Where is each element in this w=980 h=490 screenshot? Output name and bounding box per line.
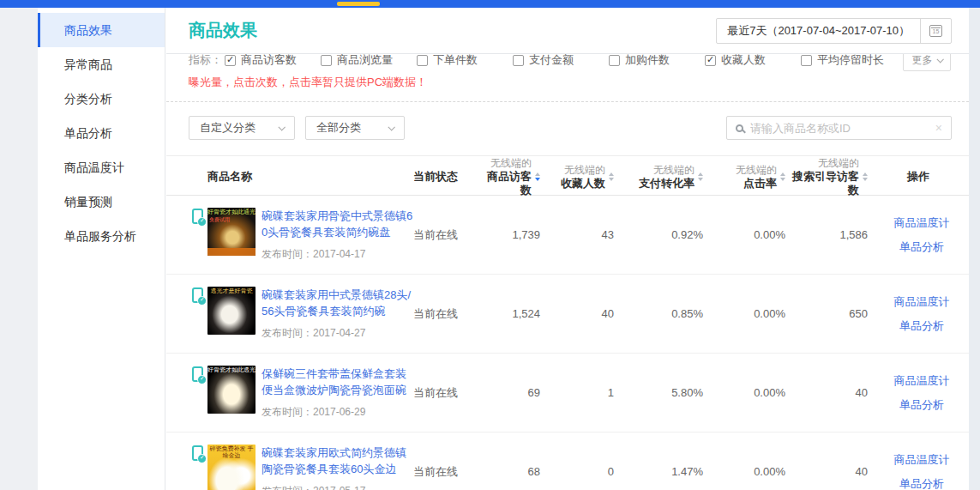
thermometer-link[interactable]: 商品温度计 bbox=[894, 449, 950, 471]
search-input[interactable] bbox=[750, 122, 929, 135]
column-prefix: 无线端的 bbox=[480, 156, 532, 170]
table-body: 好骨瓷才如此通光 免费试用 碗碟套装家用骨瓷中式景德镇60头骨瓷餐具套装简约碗盘… bbox=[166, 196, 969, 490]
sidebar-item-label: 商品效果 bbox=[64, 23, 112, 37]
dashed-divider bbox=[166, 101, 969, 102]
product-title-link[interactable]: 碗碟套装家用骨瓷中式景德镇60头骨瓷餐具套装简约碗盘 bbox=[262, 208, 413, 240]
checkbox-icon[interactable] bbox=[225, 55, 236, 66]
search-icon bbox=[736, 124, 743, 132]
single-analysis-link[interactable]: 单品分析 bbox=[899, 394, 944, 416]
checkbox-icon[interactable] bbox=[417, 55, 428, 66]
column-header[interactable]: 当前状态 bbox=[413, 170, 480, 184]
ctr-value: 0.00% bbox=[710, 465, 792, 478]
sort-arrows-icon[interactable] bbox=[698, 172, 703, 181]
visitors-value: 1,524 bbox=[480, 307, 547, 320]
sort-arrows-icon[interactable] bbox=[535, 172, 540, 181]
metric-checkbox-item[interactable]: 下单件数 bbox=[417, 54, 513, 68]
clear-icon[interactable]: × bbox=[935, 121, 942, 135]
date-range-text: 最近7天（2017-07-04~2017-07-10） bbox=[717, 19, 920, 43]
sort-arrows-icon[interactable] bbox=[609, 172, 614, 181]
publish-date: 发布时间：2017-06-29 bbox=[262, 405, 413, 420]
checkbox-icon[interactable] bbox=[321, 55, 332, 66]
product-image[interactable]: 好骨瓷才如此透光 bbox=[207, 366, 256, 414]
check-badge-icon bbox=[197, 454, 207, 463]
metric-checkbox-item[interactable]: 商品访客数 bbox=[225, 54, 321, 68]
pc-data-notice: 曝光量，点击次数，点击率暂只提供PC端数据！ bbox=[166, 75, 969, 90]
calendar-button[interactable] bbox=[920, 19, 951, 43]
check-badge-icon bbox=[197, 375, 207, 384]
sidebar-item[interactable]: 分类分析 bbox=[38, 82, 165, 116]
ctr-value: 0.00% bbox=[710, 386, 792, 399]
single-analysis-link[interactable]: 单品分析 bbox=[899, 473, 944, 490]
column-header[interactable]: 商品名称 bbox=[166, 170, 413, 184]
sidebar-item[interactable]: 商品效果 bbox=[38, 13, 165, 47]
sidebar-item[interactable]: 单品服务分析 bbox=[38, 219, 165, 253]
sidebar: 商品效果 异常商品 分类分析 单品分析 商品温度计 销量预测 单品服务分析 bbox=[38, 8, 165, 490]
status-cell: 当前在线 bbox=[413, 464, 480, 480]
metric-checkbox-item[interactable]: 支付金额 bbox=[513, 54, 609, 68]
table-row: 好骨瓷才如此通光 免费试用 碗碟套装家用骨瓷中式景德镇60头骨瓷餐具套装简约碗盘… bbox=[166, 196, 969, 275]
status-cell: 当前在线 bbox=[413, 385, 480, 401]
metric-checkbox-item[interactable]: 加购件数 bbox=[609, 54, 705, 68]
thermometer-link[interactable]: 商品温度计 bbox=[894, 291, 950, 313]
sidebar-item[interactable]: 销量预测 bbox=[38, 185, 165, 219]
collectors-value: 43 bbox=[547, 228, 621, 241]
sidebar-item[interactable]: 商品温度计 bbox=[38, 150, 165, 185]
column-header[interactable]: 无线端的 点击率 bbox=[710, 163, 792, 191]
calendar-icon bbox=[929, 25, 942, 37]
indicator-label: 指标： bbox=[189, 54, 225, 68]
main-content: 商品效果 最近7天（2017-07-04~2017-07-10） 指标： 商品访… bbox=[166, 8, 969, 490]
collectors-value: 1 bbox=[547, 386, 621, 399]
active-tab-indicator bbox=[337, 2, 380, 6]
thermometer-link[interactable]: 商品温度计 bbox=[894, 212, 950, 234]
checkbox-icon[interactable] bbox=[513, 55, 524, 66]
column-header[interactable]: 无线端的 搜索引导访客数 bbox=[792, 156, 875, 197]
metric-checkbox-item[interactable]: 商品浏览量 bbox=[321, 54, 417, 68]
date-range-picker[interactable]: 最近7天（2017-07-04~2017-07-10） bbox=[716, 18, 952, 44]
metric-label: 平均停留时长 bbox=[817, 54, 884, 68]
mobile-verified-icon bbox=[192, 366, 203, 382]
single-analysis-link[interactable]: 单品分析 bbox=[899, 236, 944, 258]
more-label: 更多 bbox=[912, 54, 933, 68]
product-title-link[interactable]: 碗碟套装家用欧式简约景德镇陶瓷骨瓷餐具套装60头金边 bbox=[262, 445, 413, 477]
checkbox-icon[interactable] bbox=[705, 55, 716, 66]
column-header[interactable]: 无线端的 支付转化率 bbox=[621, 163, 710, 191]
product-image[interactable]: 碎瓷免费补发 手绘金边 bbox=[207, 445, 256, 490]
sidebar-item[interactable]: 异常商品 bbox=[38, 47, 165, 82]
sidebar-item[interactable]: 单品分析 bbox=[38, 116, 165, 150]
product-title-link[interactable]: 保鲜碗三件套带盖保鲜盒套装便当盒微波炉陶瓷骨瓷泡面碗 bbox=[262, 366, 413, 398]
chevron-down-icon bbox=[388, 124, 394, 130]
mobile-verified-icon bbox=[192, 209, 203, 224]
checkbox-icon[interactable] bbox=[801, 55, 812, 66]
custom-category-select[interactable]: 自定义分类 bbox=[189, 116, 295, 140]
top-navbar bbox=[0, 0, 980, 8]
metric-checkbox-item[interactable]: 平均停留时长 bbox=[801, 54, 897, 68]
sort-arrows-icon[interactable] bbox=[780, 172, 785, 181]
column-prefix: 无线端的 bbox=[639, 163, 694, 177]
product-title-link[interactable]: 碗碟套装家用中式景德镇28头/56头骨瓷餐具套装简约碗 bbox=[262, 287, 413, 319]
product-image[interactable]: 透光才是好骨瓷 bbox=[207, 287, 256, 335]
sort-arrows-icon[interactable] bbox=[863, 172, 868, 181]
publish-date: 发布时间：2017-04-17 bbox=[262, 247, 413, 262]
image-caption: 碎瓷免费补发 手绘金边 bbox=[207, 445, 256, 459]
product-image[interactable]: 好骨瓷才如此通光 免费试用 bbox=[207, 208, 256, 256]
checkbox-icon[interactable] bbox=[609, 55, 620, 66]
product-cell: 好骨瓷才如此透光 保鲜碗三件套带盖保鲜盒套装便当盒微波炉陶瓷骨瓷泡面碗 发布时间… bbox=[166, 354, 413, 432]
check-badge-icon bbox=[197, 217, 207, 227]
column-header[interactable]: 操作 bbox=[875, 170, 969, 184]
thermometer-link[interactable]: 商品温度计 bbox=[894, 370, 950, 392]
visitors-value: 69 bbox=[480, 386, 547, 399]
more-button[interactable]: 更多 bbox=[903, 54, 951, 71]
search-visitors-value: 40 bbox=[792, 465, 875, 478]
image-tag: 免费试用 bbox=[209, 216, 230, 224]
product-cell: 透光才是好骨瓷 碗碟套装家用中式景德镇28头/56头骨瓷餐具套装简约碗 发布时间… bbox=[166, 275, 413, 353]
column-header[interactable]: 无线端的 收藏人数 bbox=[547, 163, 621, 191]
all-category-select[interactable]: 全部分类 bbox=[305, 116, 405, 140]
metric-checkbox-item[interactable]: 收藏人数 bbox=[705, 54, 801, 68]
column-label: 收藏人数 bbox=[561, 177, 605, 191]
conversion-value: 0.92% bbox=[621, 228, 710, 241]
column-header[interactable]: 无线端的 商品访客数 bbox=[480, 156, 547, 197]
page-header: 商品效果 最近7天（2017-07-04~2017-07-10） bbox=[166, 8, 969, 54]
column-label: 点击率 bbox=[736, 177, 777, 191]
sidebar-item-label: 单品分析 bbox=[64, 126, 112, 140]
single-analysis-link[interactable]: 单品分析 bbox=[899, 315, 944, 337]
